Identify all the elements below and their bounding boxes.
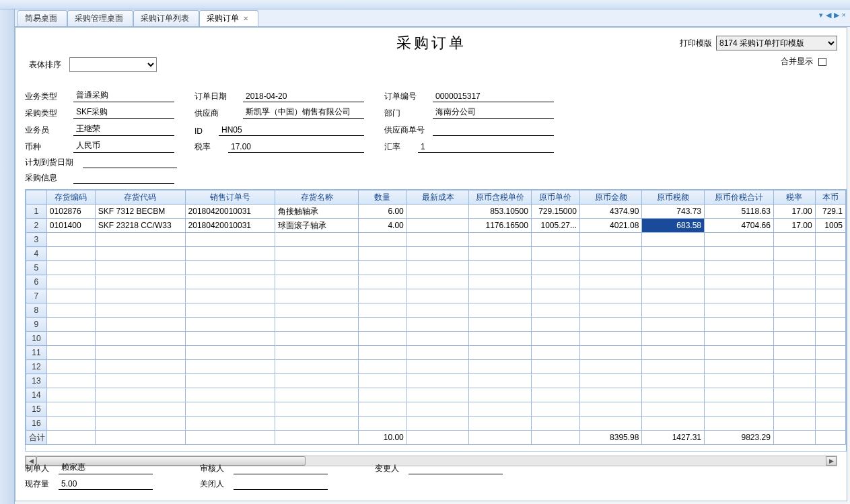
nav-next-icon[interactable]: ▶ bbox=[834, 11, 839, 20]
cell[interactable] bbox=[95, 261, 185, 275]
cell[interactable] bbox=[469, 303, 532, 318]
close-icon[interactable]: ✕ bbox=[243, 15, 248, 22]
cell[interactable] bbox=[815, 275, 845, 289]
cell[interactable] bbox=[705, 233, 774, 247]
cell[interactable]: 5118.63 bbox=[705, 205, 774, 219]
cell[interactable] bbox=[185, 417, 275, 431]
column-header[interactable]: 销售订单号 bbox=[185, 190, 275, 205]
field-exchange-rate[interactable]: 1 bbox=[418, 142, 554, 153]
cell[interactable] bbox=[531, 289, 579, 303]
cell[interactable] bbox=[531, 275, 579, 289]
column-header[interactable]: 存货名称 bbox=[275, 190, 358, 205]
cell[interactable] bbox=[531, 388, 579, 402]
cell[interactable] bbox=[642, 374, 705, 388]
tab-purchase-order[interactable]: 采购订单✕ bbox=[199, 10, 258, 26]
cell[interactable] bbox=[531, 318, 579, 332]
cell[interactable] bbox=[46, 303, 95, 318]
cell[interactable] bbox=[185, 346, 275, 360]
cell[interactable]: SKF 7312 BECBM bbox=[95, 205, 185, 219]
cell[interactable] bbox=[531, 402, 579, 417]
cell[interactable] bbox=[95, 388, 185, 402]
cell[interactable] bbox=[95, 402, 185, 417]
dropdown-icon[interactable]: ▾ bbox=[819, 11, 823, 20]
column-header[interactable]: 原币单价 bbox=[531, 190, 579, 205]
cell[interactable] bbox=[773, 233, 815, 247]
column-header[interactable]: 最新成本 bbox=[406, 190, 469, 205]
cell[interactable] bbox=[406, 289, 469, 303]
cell[interactable]: 6.00 bbox=[358, 205, 406, 219]
cell[interactable] bbox=[579, 332, 642, 346]
cell[interactable] bbox=[642, 388, 705, 402]
cell[interactable] bbox=[358, 374, 406, 388]
field-plan-date[interactable] bbox=[83, 157, 177, 168]
cell[interactable] bbox=[358, 332, 406, 346]
cell[interactable]: 3 bbox=[26, 233, 47, 247]
cell[interactable] bbox=[579, 388, 642, 402]
cell[interactable] bbox=[642, 247, 705, 261]
cell[interactable] bbox=[46, 332, 95, 346]
tab-order-list[interactable]: 采购订单列表 bbox=[133, 10, 199, 26]
cell[interactable] bbox=[46, 417, 95, 431]
cell[interactable] bbox=[95, 289, 185, 303]
cell[interactable]: 13 bbox=[26, 374, 47, 388]
cell[interactable] bbox=[469, 346, 532, 360]
cell[interactable] bbox=[406, 275, 469, 289]
cell[interactable] bbox=[46, 275, 95, 289]
column-header[interactable]: 原币价税合计 bbox=[705, 190, 774, 205]
cell[interactable] bbox=[773, 374, 815, 388]
cell[interactable] bbox=[705, 303, 774, 318]
cell[interactable] bbox=[705, 360, 774, 374]
cell[interactable]: 17.00 bbox=[773, 219, 815, 233]
cell[interactable] bbox=[406, 374, 469, 388]
cell[interactable]: 20180420010031 bbox=[185, 205, 275, 219]
cell[interactable] bbox=[469, 374, 532, 388]
cell[interactable] bbox=[815, 417, 845, 431]
cell[interactable] bbox=[705, 261, 774, 275]
cell[interactable]: 6 bbox=[26, 275, 47, 289]
cell[interactable]: 15 bbox=[26, 402, 47, 417]
cell[interactable] bbox=[46, 346, 95, 360]
cell[interactable] bbox=[642, 275, 705, 289]
cell[interactable] bbox=[705, 388, 774, 402]
cell[interactable] bbox=[95, 332, 185, 346]
cell[interactable] bbox=[46, 374, 95, 388]
data-table[interactable]: 存货编码存货代码销售订单号存货名称数量最新成本原币含税单价原币单价原币金额原币税… bbox=[26, 190, 846, 445]
cell[interactable]: 11 bbox=[26, 346, 47, 360]
cell[interactable] bbox=[642, 289, 705, 303]
cell[interactable]: 16 bbox=[26, 417, 47, 431]
cell[interactable] bbox=[815, 388, 845, 402]
cell[interactable] bbox=[406, 318, 469, 332]
cell[interactable] bbox=[773, 289, 815, 303]
cell[interactable] bbox=[406, 219, 469, 233]
cell[interactable] bbox=[642, 360, 705, 374]
cell[interactable] bbox=[642, 303, 705, 318]
field-order-no[interactable]: 0000015317 bbox=[433, 92, 554, 102]
cell[interactable] bbox=[815, 261, 845, 275]
cell[interactable] bbox=[275, 318, 358, 332]
cell[interactable] bbox=[705, 402, 774, 417]
field-salesperson[interactable]: 王继荣 bbox=[73, 123, 174, 136]
cell[interactable] bbox=[469, 275, 532, 289]
cell[interactable] bbox=[275, 402, 358, 417]
cell[interactable] bbox=[815, 402, 845, 417]
cell[interactable] bbox=[275, 303, 358, 318]
cell[interactable] bbox=[95, 233, 185, 247]
cell[interactable] bbox=[46, 402, 95, 417]
cell[interactable] bbox=[579, 360, 642, 374]
cell[interactable] bbox=[773, 417, 815, 431]
cell[interactable] bbox=[185, 303, 275, 318]
cell[interactable] bbox=[469, 261, 532, 275]
cell[interactable] bbox=[773, 388, 815, 402]
cell[interactable] bbox=[275, 233, 358, 247]
field-business-type[interactable]: 普通采购 bbox=[73, 89, 174, 102]
print-template-select[interactable]: 8174 采购订单打印模版 bbox=[716, 36, 837, 50]
cell[interactable] bbox=[579, 247, 642, 261]
cell[interactable]: 1005.27... bbox=[531, 219, 579, 233]
cell[interactable]: 1005 bbox=[815, 219, 845, 233]
field-department[interactable]: 海南分公司 bbox=[433, 106, 554, 119]
cell[interactable]: 5 bbox=[26, 261, 47, 275]
cell[interactable] bbox=[773, 275, 815, 289]
cell[interactable] bbox=[815, 233, 845, 247]
cell[interactable]: 1 bbox=[26, 205, 47, 219]
cell[interactable] bbox=[185, 388, 275, 402]
